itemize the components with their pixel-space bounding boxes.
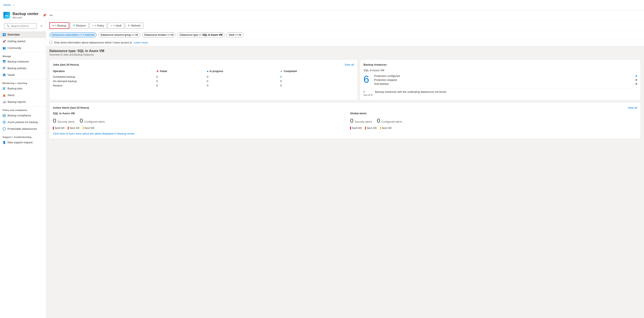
sidebar-item-backup-reports[interactable]: Backup reports [0, 99, 46, 105]
sidebar-item-alerts[interactable]: ! Alerts [0, 92, 46, 99]
completed-link-0[interactable]: 6 [280, 75, 282, 78]
filter-subscription[interactable]: Datasource subscription == 3 selected [49, 32, 97, 37]
app-header: Backup center Microsoft 📌 ••• [0, 10, 644, 21]
sidebar-item-label-getting-started: Getting started [8, 40, 25, 43]
sidebar-item-label-backup-compliance: Backup compliance [8, 114, 31, 117]
alerts-footer: Click here to learn more about the alert… [53, 132, 637, 135]
page-heading: Datasource type: SQL in Azure VM [49, 49, 641, 53]
reports-icon [2, 100, 6, 104]
bi-stat-value-stopped: 0 [636, 78, 637, 81]
jobs-card: Jobs (last 24 Hours) View all Operation … [49, 59, 358, 100]
alerts-sql-section: SQL in Azure VM 0 Security alerts 0 Conf… [53, 112, 345, 130]
global-sev0: Sev0 0/0 [350, 127, 362, 130]
sidebar-item-backup-jobs[interactable]: Backup jobs [0, 85, 46, 92]
svg-rect-13 [3, 74, 5, 75]
sidebar-section-monitoring: Monitoring + reporting [0, 79, 46, 85]
sidebar-item-label-backup-instances: Backup instances [8, 60, 29, 63]
vault-plus-icon: + [110, 24, 112, 27]
jobs-view-all-link[interactable]: View all [344, 63, 354, 66]
sidebar-item-new-support[interactable]: 👤 New support request [0, 139, 46, 146]
sidebar-item-community[interactable]: 👥 Community [0, 45, 46, 51]
checkbox-row: Only show information about datasources … [46, 39, 644, 46]
sidebar-item-protectable-datasources[interactable]: Protectable datasources [0, 126, 46, 132]
restore-button-label: Restore [76, 24, 86, 27]
bi-total-count[interactable]: 6 [364, 74, 369, 84]
filter-type[interactable]: Datasource type == SQL in Azure VM [177, 32, 225, 37]
job-op-1: On-demand backup [53, 79, 156, 83]
policies-icon [2, 67, 6, 70]
bi-stat-label-stopped: Protection stopped [374, 78, 397, 81]
search-box[interactable]: 🔍 [4, 23, 36, 29]
sidebar-item-backup-compliance[interactable]: Backup compliance [0, 112, 46, 119]
learn-more-link[interactable]: Learn more. [134, 41, 148, 44]
pin-icon[interactable]: 📌 [42, 13, 47, 18]
restore-button[interactable]: ↺ Restore [70, 22, 88, 29]
top-bar: Home › [0, 0, 644, 10]
filter-vault[interactable]: Vault == All [226, 32, 244, 37]
table-row: On-demand backup 0 0 0 [53, 79, 354, 83]
bi-footer-desc: Backup instances with the underlying dat… [375, 90, 446, 96]
breadcrumb-sep: › [13, 3, 14, 6]
policy-button[interactable]: + + Policy [89, 22, 107, 29]
vault-button[interactable]: + + Vault [108, 22, 124, 29]
vaults-icon [2, 73, 6, 77]
bi-footer: 0 out of 6 Backup instances with the und… [364, 88, 637, 96]
global-sev-bars: Sev0 0/0 Sev1 0/0 Sev2 0/0 [350, 127, 637, 130]
filter-resource-group[interactable]: Datasource resource group == All [98, 32, 140, 37]
global-configured-count: 0 Configured alerts [377, 117, 402, 124]
svg-rect-20 [3, 102, 3, 103]
backup-button[interactable]: + + Backup [49, 22, 69, 29]
sidebar-item-label-community: Community [8, 46, 21, 49]
alerts-view-all-link[interactable]: View all [628, 106, 637, 109]
sidebar-section-support: Support + troubleshooting [0, 133, 46, 139]
collapse-button[interactable]: « [39, 23, 44, 29]
svg-rect-22 [4, 101, 5, 103]
bi-stats: Protection configured 6 Protection stopp… [374, 74, 637, 85]
bi-card-title: Backup instances [364, 63, 637, 66]
sidebar-item-backup-instances[interactable]: Backup instances [0, 58, 46, 65]
people-icon: 👥 [2, 46, 6, 50]
alerts-icon: ! [2, 94, 6, 97]
top-cards-row: Jobs (last 24 Hours) View all Operation … [49, 59, 641, 100]
svg-rect-6 [3, 60, 6, 61]
main-layout: 🔍 « Overview 🚀 Getting started 👥 Communi… [0, 21, 644, 318]
sidebar-item-label-overview: Overview [8, 33, 20, 36]
job-inprogress-2: 0 [207, 83, 280, 88]
search-icon: 🔍 [6, 24, 10, 27]
sev1-bar [68, 127, 68, 130]
sidebar-item-backup-policies[interactable]: Backup policies [0, 65, 46, 72]
alerts-card-title: Active Alerts (last 24 Hours) View all [53, 106, 637, 109]
sidebar-item-getting-started[interactable]: 🚀 Getting started [0, 38, 46, 45]
sidebar-item-label-azure-policies: Azure policies for backup [8, 121, 38, 124]
refresh-button[interactable]: ↻ Refresh [125, 22, 144, 29]
sidebar-item-overview[interactable]: Overview [0, 31, 46, 38]
svg-rect-15 [3, 87, 6, 88]
support-icon: 👤 [2, 141, 6, 144]
global-security-count: 0 Security alerts [350, 117, 372, 124]
access-checkbox[interactable] [49, 41, 52, 44]
sidebar-item-vaults[interactable]: Vaults [0, 72, 46, 78]
policy-button-label: + Policy [94, 24, 104, 27]
breadcrumb-home[interactable]: Home [3, 3, 11, 6]
refresh-button-label: Refresh [131, 24, 141, 27]
alerts-learn-more-link[interactable]: Click here to learn more about the alert… [53, 132, 134, 135]
backup-button-label: + Backup [55, 24, 66, 27]
restore-icon: ↺ [73, 24, 75, 27]
bi-stat-value-configured[interactable]: 6 [636, 74, 637, 77]
search-input[interactable] [11, 24, 34, 27]
app-subtitle: Microsoft [12, 16, 38, 19]
protect-icon [2, 127, 6, 131]
vault-button-label: + Vault [113, 24, 122, 27]
sql-sev1: Sev1 0/0 [68, 127, 79, 130]
header-actions: 📌 ••• [42, 13, 54, 18]
more-icon[interactable]: ••• [49, 13, 54, 18]
sidebar-search-row: 🔍 « [0, 21, 46, 31]
filter-location[interactable]: Datasource location == All [142, 32, 176, 37]
svg-rect-23 [6, 101, 6, 103]
svg-rect-21 [4, 101, 4, 103]
bi-footer-left: 0 out of 6 [364, 90, 372, 96]
job-failed-1: 0 [156, 79, 207, 83]
sidebar-item-azure-policies[interactable]: Azure policies for backup [0, 119, 46, 126]
svg-rect-3 [4, 33, 6, 34]
sql-sev-bars: Sev0 0/0 Sev1 0/0 Sev2 0/0 [53, 127, 340, 130]
